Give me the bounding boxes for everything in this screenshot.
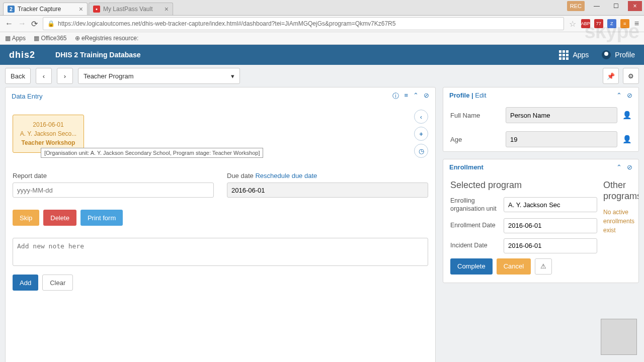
print-form-button[interactable]: Print form [80, 210, 123, 226]
enrollment-title: Enrollment [449, 163, 484, 171]
profile-menu[interactable]: Profile [602, 50, 635, 59]
age-field [506, 131, 617, 147]
report-date-input[interactable] [13, 183, 214, 198]
browser-tab-inactive[interactable]: • My LastPass Vault × [89, 3, 173, 15]
app-title: DHIS 2 Training Database [55, 51, 141, 59]
close-icon[interactable]: × [165, 5, 169, 13]
person-icon: 👤 [622, 111, 631, 120]
apps-menu[interactable]: Apps [559, 50, 589, 60]
menu-icon[interactable]: ≡ [634, 19, 639, 28]
incident-date-input[interactable] [504, 238, 597, 253]
age-label: Age [450, 136, 501, 143]
fullname-label: Full Name [450, 112, 501, 119]
window-close-icon[interactable]: × [628, 1, 642, 11]
remove-icon[interactable]: ⊘ [424, 92, 429, 101]
enroll-ou-field [504, 197, 597, 212]
reload-icon[interactable]: ⟳ [31, 19, 38, 29]
no-active-text: No active enrollments exist [603, 208, 639, 235]
due-date-label: Due date Reschedule due date [227, 172, 428, 179]
due-date-input [227, 183, 428, 198]
bookmark[interactable]: ⊕ eRegistries resource: [75, 35, 139, 42]
incident-date-label: Incident Date [450, 241, 499, 249]
back-button[interactable]: Back [5, 68, 31, 84]
warn-button[interactable]: ⚠ [535, 258, 552, 275]
browser-tab-active[interactable]: 2 Tracker Capture × [3, 3, 88, 15]
apps-shortcut[interactable]: ▦ Apps [5, 35, 26, 42]
clear-note-button[interactable]: Clear [42, 275, 73, 291]
person-icon: 👤 [622, 135, 631, 144]
presenter-thumbnail [601, 319, 637, 355]
report-date-label: Report date [13, 172, 214, 179]
chevron-down-icon: ▾ [231, 72, 234, 80]
edit-link[interactable]: Edit [475, 92, 486, 99]
note-textarea[interactable] [13, 238, 428, 266]
ext-icon[interactable]: ABP [581, 19, 590, 28]
event-stage: Teacher Workshop [18, 138, 78, 147]
bookmark[interactable]: ▦ Office365 [34, 35, 67, 42]
event-ou: A. Y. Jackson Seco... [18, 129, 78, 138]
avatar-icon [602, 50, 611, 59]
minimize-icon[interactable]: — [590, 1, 604, 11]
complete-button[interactable]: Complete [450, 258, 493, 275]
schedule-event-icon[interactable]: ◷ [414, 144, 428, 158]
ext-icon[interactable]: 77 [594, 19, 603, 28]
add-note-button[interactable]: Add [13, 275, 38, 291]
delete-button[interactable]: Delete [43, 210, 76, 226]
enroll-ou-label: Enrolling organisation unit [450, 197, 499, 213]
skip-button[interactable]: Skip [13, 210, 39, 226]
app-logo[interactable]: dhis2 [9, 50, 35, 60]
ext-icon[interactable]: ≡ [620, 19, 629, 28]
cancel-button[interactable]: Cancel [497, 258, 531, 275]
star-icon[interactable]: ☆ [569, 19, 576, 29]
prev-event-icon[interactable]: ‹ [414, 110, 428, 124]
pin-icon[interactable]: 📌 [603, 68, 619, 84]
event-date: 2016-06-01 [18, 120, 78, 129]
other-programs-heading: Other programs [603, 180, 639, 202]
collapse-icon[interactable]: ⌃ [616, 163, 622, 171]
gear-icon[interactable]: ⚙ [623, 68, 639, 84]
tab-title: My LastPass Vault [103, 6, 152, 13]
maximize-icon[interactable]: ☐ [609, 1, 623, 11]
enroll-date-label: Enrollment Date [450, 221, 499, 229]
event-card[interactable]: 2016-06-01 A. Y. Jackson Seco... Teacher… [13, 115, 84, 153]
forward-icon[interactable]: → [18, 19, 26, 28]
ext-icon[interactable]: Z [607, 19, 616, 28]
data-entry-title: Data Entry [12, 93, 42, 100]
remove-icon[interactable]: ⊘ [627, 163, 632, 171]
selected-program-heading: Selected program [450, 180, 597, 191]
fullname-field [506, 107, 617, 123]
reschedule-link[interactable]: Reschedule due date [255, 172, 317, 179]
remove-icon[interactable]: ⊘ [627, 92, 632, 99]
info-icon[interactable]: ⓘ [392, 92, 399, 101]
program-select[interactable]: Teacher Program ▾ [78, 68, 240, 84]
collapse-icon[interactable]: ⌃ [413, 92, 419, 101]
collapse-icon[interactable]: ⌃ [616, 92, 622, 99]
back-icon[interactable]: ← [5, 19, 13, 28]
tooltip: [Organisation unit: A. Y. Jackson Second… [41, 148, 263, 158]
address-bar[interactable]: 🔒 https://dev.logicaloutcomes.net/dhis-w… [43, 17, 564, 30]
next-button[interactable]: › [57, 68, 73, 84]
rec-badge: REC [567, 1, 585, 11]
add-event-icon[interactable]: + [414, 127, 428, 141]
close-icon[interactable]: × [79, 5, 83, 13]
prev-button[interactable]: ‹ [36, 68, 52, 84]
profile-title: Profile | [449, 92, 473, 99]
list-icon[interactable]: ≡ [404, 92, 408, 101]
enroll-date-input[interactable] [504, 218, 597, 233]
tab-title: Tracker Capture [18, 6, 61, 13]
lock-icon: 🔒 [47, 20, 55, 27]
url-text: https://dev.logicaloutcomes.net/dhis-web… [58, 20, 395, 27]
